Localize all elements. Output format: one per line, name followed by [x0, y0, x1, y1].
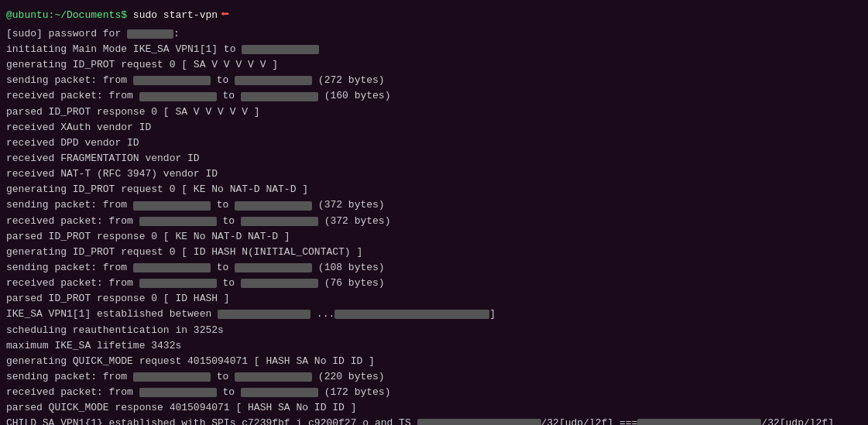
- parsed-quick1-line: parsed QUICK_MODE response 4015094071 [ …: [6, 400, 862, 416]
- blurred-ip-src2: [139, 92, 217, 101]
- parsed-quick1-text: parsed QUICK_MODE response 4015094071 [ …: [6, 400, 356, 416]
- parsed-id-prot3-line: parsed ID_PROT response 0 [ ID HASH ]: [6, 291, 862, 307]
- bytes2: (160 bytes): [318, 88, 391, 104]
- bytes1: (272 bytes): [312, 73, 385, 88]
- blurred-ip-dest: [242, 45, 319, 54]
- received3-text: received packet: from: [6, 276, 139, 291]
- scheduling-line: scheduling reauthentication in 3252s: [6, 323, 862, 338]
- gen-quick1-line: generating QUICK_MODE request 4015094071…: [6, 354, 862, 369]
- blurred-ip-src5: [133, 263, 211, 272]
- blurred-ip-ike2: [335, 310, 489, 319]
- bytes4: (372 bytes): [318, 214, 391, 229]
- gen-id-prot3-line: generating ID_PROT request 0 [ ID HASH N…: [6, 245, 862, 260]
- terminal-window: @ubuntu:~/Documents$ sudo start-vpn ⬅ [s…: [0, 0, 868, 425]
- nat-line: received NAT-T (RFC 3947) vendor ID: [6, 166, 862, 182]
- received1-text: received packet: from: [6, 88, 139, 104]
- nat-text: received NAT-T (RFC 3947) vendor ID: [6, 166, 218, 182]
- sending4-line: sending packet: from to (220 bytes): [6, 369, 862, 385]
- sudo-password-line: [sudo] password for :: [6, 26, 862, 42]
- to1: to: [211, 73, 235, 88]
- frag-text: received FRAGMENTATION vendor ID: [6, 151, 200, 166]
- colon: :: [173, 26, 180, 42]
- blurred-ip-dst7: [235, 372, 312, 382]
- sudo-text: [sudo] password for: [6, 26, 127, 42]
- arrow-icon: ⬅: [221, 5, 229, 26]
- dpd-line: received DPD vendor ID: [6, 135, 862, 151]
- ike-bracket: ]: [489, 307, 496, 322]
- blurred-ip-dst2: [241, 92, 318, 101]
- bytes3: (372 bytes): [312, 197, 385, 213]
- blurred-ip-dst8: [241, 388, 318, 397]
- scheduling-text: scheduling reauthentication in 3252s: [6, 323, 224, 338]
- blurred-ip-src6: [139, 279, 217, 288]
- sending1-line: sending packet: from to (272 bytes): [6, 73, 862, 88]
- sending4-text: sending packet: from: [6, 369, 133, 385]
- ike-sa-line: IKE_SA VPN1[1] established between ... ]: [6, 307, 862, 322]
- blurred-ip-dst3: [235, 201, 312, 211]
- dpd-text: received DPD vendor ID: [6, 135, 139, 151]
- gen-id-prot1-text: generating ID_PROT request 0 [ SA V V V …: [6, 57, 278, 73]
- xauth-text: received XAuth vendor ID: [6, 120, 151, 135]
- to2: to: [217, 88, 241, 104]
- maximum-line: maximum IKE_SA lifetime 3432s: [6, 338, 862, 354]
- xauth-line: received XAuth vendor ID: [6, 120, 862, 135]
- received1-line: received packet: from to (160 bytes): [6, 88, 862, 104]
- sending2-text: sending packet: from: [6, 197, 133, 213]
- blurred-username: [127, 29, 173, 39]
- sending2-line: sending packet: from to (372 bytes): [6, 197, 862, 213]
- received2-line: received packet: from to (372 bytes): [6, 214, 862, 229]
- received4-line: received packet: from to (172 bytes): [6, 385, 862, 400]
- to8: to: [217, 385, 241, 400]
- bytes6: (76 bytes): [318, 276, 385, 291]
- to4: to: [217, 214, 241, 229]
- sending3-text: sending packet: from: [6, 260, 133, 276]
- blurred-ip-dst4: [241, 217, 318, 226]
- child-sa-line: CHILD_SA VPN1{1} established with SPIs c…: [6, 416, 862, 425]
- bytes8: (172 bytes): [318, 385, 391, 400]
- blurred-ip-dst5: [235, 263, 312, 272]
- child-sa-text: CHILD_SA VPN1{1} established with SPIs c…: [6, 416, 417, 425]
- frag-line: received FRAGMENTATION vendor ID: [6, 151, 862, 166]
- command-text: sudo start-vpn: [127, 8, 218, 23]
- gen-id-prot1-line: generating ID_PROT request 0 [ SA V V V …: [6, 57, 862, 73]
- blurred-ip-src7: [133, 372, 211, 382]
- initiating-line: initiating Main Mode IKE_SA VPN1[1] to: [6, 42, 862, 57]
- child-sa-slash2: /32[udp/l2f]: [761, 416, 834, 425]
- blurred-ip-src4: [139, 217, 217, 226]
- parsed-id-prot3-text: parsed ID_PROT response 0 [ ID HASH ]: [6, 291, 230, 307]
- gen-id-prot3-text: generating ID_PROT request 0 [ ID HASH N…: [6, 245, 362, 260]
- sending1-text: sending packet: from: [6, 73, 133, 88]
- gen-id-prot2-text: generating ID_PROT request 0 [ KE No NAT…: [6, 182, 308, 197]
- parsed-id-prot1-text: parsed ID_PROT response 0 [ SA V V V V V…: [6, 105, 260, 120]
- blurred-ip-src1: [133, 76, 211, 85]
- maximum-text: maximum IKE_SA lifetime 3432s: [6, 338, 181, 354]
- blurred-ip-ike1: [218, 310, 310, 319]
- blurred-ip-dst6: [241, 279, 318, 288]
- parsed-id-prot2-line: parsed ID_PROT response 0 [ KE No NAT-D …: [6, 229, 862, 245]
- to3: to: [211, 197, 235, 213]
- bytes7: (220 bytes): [312, 369, 385, 385]
- prompt: @ubuntu:~/Documents$: [6, 8, 127, 23]
- ike-ellipsis: ...: [310, 307, 335, 322]
- command-line: @ubuntu:~/Documents$ sudo start-vpn ⬅: [6, 5, 862, 26]
- blurred-ip-src8: [139, 388, 217, 397]
- blurred-ts1: [417, 419, 541, 425]
- parsed-id-prot1-line: parsed ID_PROT response 0 [ SA V V V V V…: [6, 105, 862, 120]
- child-sa-slash1: /32[udp/l2f] ===: [541, 416, 638, 425]
- bytes5: (108 bytes): [312, 260, 385, 276]
- gen-id-prot2-line: generating ID_PROT request 0 [ KE No NAT…: [6, 182, 862, 197]
- initiating-text: initiating Main Mode IKE_SA VPN1[1] to: [6, 42, 242, 57]
- received2-text: received packet: from: [6, 214, 139, 229]
- to7: to: [211, 369, 235, 385]
- received4-text: received packet: from: [6, 385, 139, 400]
- ike-sa-text: IKE_SA VPN1[1] established between: [6, 307, 218, 322]
- blurred-ip-dst1: [235, 76, 312, 85]
- blurred-ip-src3: [133, 201, 211, 211]
- to5: to: [211, 260, 235, 276]
- gen-quick1-text: generating QUICK_MODE request 4015094071…: [6, 354, 375, 369]
- received3-line: received packet: from to (76 bytes): [6, 276, 862, 291]
- sending3-line: sending packet: from to (108 bytes): [6, 260, 862, 276]
- blurred-ts2: [637, 419, 761, 425]
- to6: to: [217, 276, 241, 291]
- parsed-id-prot2-text: parsed ID_PROT response 0 [ KE No NAT-D …: [6, 229, 290, 245]
